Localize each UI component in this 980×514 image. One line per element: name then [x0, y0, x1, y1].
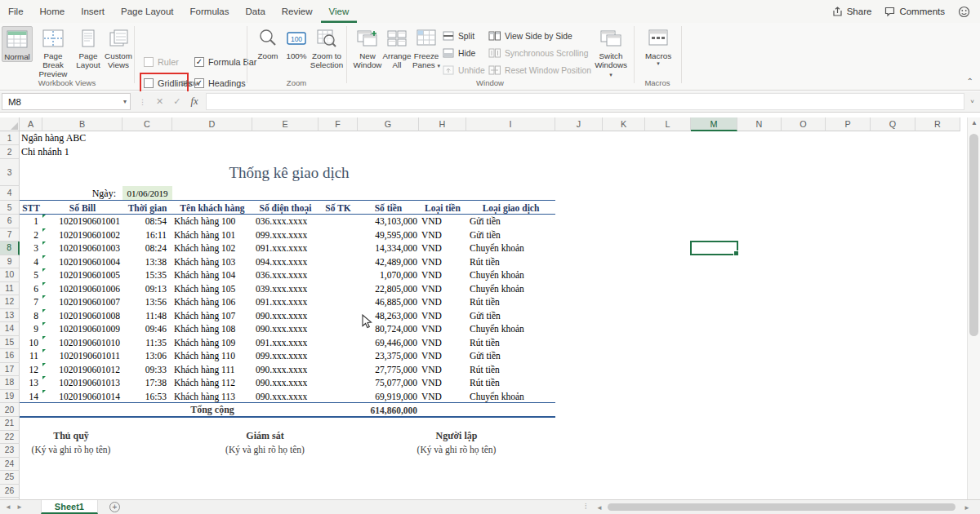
- cell-bill[interactable]: 1020190601010: [42, 336, 122, 350]
- cell-type[interactable]: Rút tiền: [466, 295, 555, 309]
- row-header-12[interactable]: 12: [0, 295, 20, 309]
- cell-time[interactable]: 17:38: [122, 376, 172, 390]
- row-header-6[interactable]: 6: [0, 215, 20, 228]
- cell-currency[interactable]: VND: [419, 322, 466, 336]
- name-box[interactable]: M8 ▾: [2, 93, 131, 110]
- cell-currency[interactable]: VND: [419, 336, 466, 350]
- cell-amount[interactable]: 42,489,000: [358, 255, 419, 269]
- cell-name[interactable]: Khách hàng 104: [172, 268, 252, 282]
- cell-name[interactable]: Khách hàng 105: [172, 282, 252, 296]
- signature-note[interactable]: (Ký và ghi rõ họ tên): [358, 445, 555, 454]
- cell-phone[interactable]: 090.xxx.xxxx: [252, 322, 318, 336]
- table-header-6[interactable]: Số TK: [318, 201, 358, 215]
- cell-amount[interactable]: 43,103,000: [358, 215, 419, 228]
- cell-stt[interactable]: 8: [20, 309, 42, 323]
- new-window-button[interactable]: New Window: [353, 26, 382, 69]
- cell-currency[interactable]: VND: [419, 228, 466, 242]
- cell-stt[interactable]: 11: [20, 349, 42, 363]
- cell-name[interactable]: Khách hàng 113: [172, 390, 252, 404]
- table-header-3[interactable]: Thời gian: [122, 201, 172, 215]
- cell-total-label[interactable]: Tổng cộng: [172, 403, 252, 417]
- switch-windows-button[interactable]: Switch Windows ▾: [593, 26, 629, 78]
- cell-currency[interactable]: VND: [419, 376, 466, 390]
- cell-tk[interactable]: [318, 390, 358, 404]
- cell-type[interactable]: Rút tiền: [466, 376, 555, 390]
- cell-date-value[interactable]: 01/06/2019: [122, 186, 172, 201]
- checkbox-box[interactable]: [144, 57, 154, 67]
- share-button[interactable]: Share: [832, 7, 872, 17]
- cell-type[interactable]: Gửi tiền: [466, 215, 555, 228]
- cell-tk[interactable]: [318, 282, 358, 296]
- cell-phone[interactable]: 091.xxx.xxxx: [252, 295, 318, 309]
- cell-amount[interactable]: 27,775,000: [358, 363, 419, 377]
- table-header-2[interactable]: Số Bill: [42, 201, 122, 215]
- ribbon-tab-view[interactable]: View: [321, 0, 358, 23]
- cell-stt[interactable]: 2: [20, 228, 42, 242]
- cell-phone[interactable]: 099.xxx.xxxx: [252, 228, 318, 242]
- hide-button[interactable]: Hide: [443, 47, 475, 60]
- row-header-9[interactable]: 9: [0, 255, 20, 269]
- cell-phone[interactable]: 090.xxx.xxxx: [252, 309, 318, 323]
- horizontal-scrollbar-thumb[interactable]: [608, 503, 956, 511]
- cell-time[interactable]: 08:24: [122, 241, 172, 255]
- cell-type[interactable]: Chuyển khoản: [466, 390, 555, 404]
- cell-type[interactable]: Chuyển khoản: [466, 322, 555, 336]
- cell-stt[interactable]: 5: [20, 268, 42, 282]
- cell-tk[interactable]: [318, 215, 358, 228]
- cell-tk[interactable]: [318, 255, 358, 269]
- row-header-8[interactable]: 8: [0, 241, 20, 255]
- hscroll-right-icon[interactable]: ►: [964, 504, 970, 512]
- row-header-22[interactable]: 22: [0, 431, 20, 445]
- ribbon-tab-home[interactable]: Home: [32, 0, 74, 23]
- hscroll-left-icon[interactable]: ◄: [596, 504, 603, 512]
- cell-total-value[interactable]: 614,860,000: [358, 403, 419, 417]
- cell-bill[interactable]: 1020190601007: [42, 295, 122, 309]
- checkbox-box[interactable]: ✓: [194, 57, 204, 67]
- cell-amount[interactable]: 14,334,000: [358, 241, 419, 255]
- cell-time[interactable]: 16:11: [122, 228, 172, 242]
- column-header-J[interactable]: J: [555, 117, 603, 131]
- table-header-9[interactable]: Loại giao dịch: [466, 201, 555, 215]
- signature-note[interactable]: (Ký và ghi rõ họ tên): [20, 445, 122, 454]
- cell-currency[interactable]: VND: [419, 349, 466, 363]
- cell-tk[interactable]: [318, 295, 358, 309]
- cell-type[interactable]: Gửi tiền: [466, 309, 555, 323]
- column-header-N[interactable]: N: [737, 117, 782, 131]
- row-header-15[interactable]: 15: [0, 336, 20, 350]
- scroll-up-icon[interactable]: ▲: [968, 119, 980, 126]
- synchronous-scrolling-button[interactable]: Synchronous Scrolling: [488, 47, 588, 60]
- cell-amount[interactable]: 69,446,000: [358, 336, 419, 350]
- cell-bill[interactable]: 1020190601004: [42, 255, 122, 269]
- cell-name[interactable]: Khách hàng 101: [172, 228, 252, 242]
- row-header-10[interactable]: 10: [0, 268, 20, 282]
- unhide-button[interactable]: Unhide: [443, 64, 485, 77]
- row-header-5[interactable]: 5: [0, 201, 20, 215]
- column-header-P[interactable]: P: [826, 117, 871, 131]
- cell-amount[interactable]: 49,595,000: [358, 228, 419, 242]
- cell-name[interactable]: Khách hàng 109: [172, 336, 252, 350]
- row-header-14[interactable]: 14: [0, 322, 20, 336]
- cell-amount[interactable]: 23,375,000: [358, 349, 419, 363]
- cell-phone[interactable]: 094.xxx.xxxx: [252, 255, 318, 269]
- row-header-23[interactable]: 23: [0, 444, 20, 458]
- name-box-dropdown-icon[interactable]: ▾: [123, 98, 127, 105]
- cell-bill[interactable]: 1020190601001: [42, 215, 122, 228]
- table-header-4[interactable]: Tên khách hàng: [172, 201, 252, 215]
- cell-type[interactable]: Chuyển khoản: [466, 268, 555, 282]
- row-header-1[interactable]: 1: [0, 131, 20, 145]
- collapse-ribbon-icon[interactable]: ⌃: [967, 77, 973, 86]
- column-header-M[interactable]: M: [691, 117, 737, 131]
- cell-time[interactable]: 13:06: [122, 349, 172, 363]
- cell-currency[interactable]: VND: [419, 390, 466, 404]
- cell-phone[interactable]: 090.xxx.xxxx: [252, 363, 318, 377]
- row-header-20[interactable]: 20: [0, 403, 20, 417]
- vertical-scrollbar[interactable]: ▲: [967, 117, 980, 499]
- cell-phone[interactable]: 039.xxx.xxxx: [252, 282, 318, 296]
- row-header-24[interactable]: 24: [0, 458, 20, 472]
- cell-amount[interactable]: 1,070,000: [358, 268, 419, 282]
- cell-stt[interactable]: 1: [20, 215, 42, 228]
- sheet-grid[interactable]: Ngân hàng ABC Chi nhánh 1 Thống kê giao …: [20, 131, 967, 499]
- row-header-4[interactable]: 4: [0, 186, 20, 201]
- cell-tk[interactable]: [318, 363, 358, 377]
- cell-phone[interactable]: 090.xxx.xxxx: [252, 390, 318, 404]
